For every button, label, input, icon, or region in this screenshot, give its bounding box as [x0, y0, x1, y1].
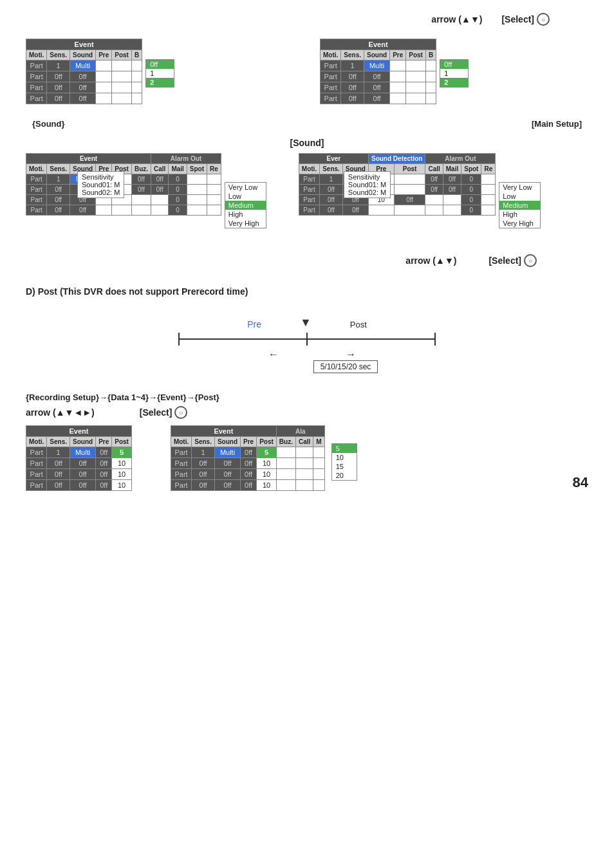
dropdown-item[interactable]: 20 — [332, 471, 357, 480]
sound01-text: Sound01: M — [82, 181, 120, 189]
bottom-arrow-label: arrow (▲▼◄►) — [26, 407, 95, 418]
post-dropdown-bottom[interactable]: 5 10 15 20 — [331, 443, 357, 481]
pre-label: Pre — [247, 319, 261, 329]
sensitivity-popup-2: Sensitivity Sound01: M Sound02: M — [344, 171, 391, 198]
select-text-bottom: [Select] — [140, 407, 172, 418]
select-text-mid: [Select] — [488, 255, 521, 266]
sensitivity-title-2: Sensitivity — [348, 173, 386, 181]
sound02-text-2: Sound02: M — [348, 189, 386, 196]
event-table-1: Event Moti. Sens. Sound Pre Post B — [26, 39, 142, 104]
dropdown-item[interactable]: Medium — [225, 201, 266, 210]
dropdown-item[interactable]: Very High — [499, 219, 540, 228]
table-row: Part0ff0ff0ff10 — [26, 469, 132, 480]
table-row: Part 0ff 0ff — [26, 93, 142, 104]
table-row: Part0ff0ff0ff0ff0 — [299, 185, 495, 195]
dropdown-item[interactable]: 1 — [440, 69, 468, 78]
left-arrow-icon: ← — [268, 349, 279, 360]
table-row: Part 1 Multi — [26, 60, 142, 71]
event-title-2: Event — [321, 39, 436, 50]
dropdown-item[interactable]: Very Low — [225, 183, 266, 192]
dropdown-item[interactable]: Medium — [499, 201, 540, 210]
table-row: Part1Multi0ff0ff0 — [299, 174, 495, 185]
bottom-select-label: [Select] ○ — [140, 406, 188, 419]
select-text: [Select] — [501, 14, 534, 24]
event-table-2: Event Moti. Sens. Sound Pre Post B — [320, 39, 436, 104]
table-row: Part 0ff 0ff — [321, 93, 436, 104]
top-select-label: [Select] ○ — [501, 13, 550, 26]
table-row: Part0ff0ff0 — [299, 205, 495, 216]
post-dropdown-1[interactable]: 0ff 1 2 — [145, 59, 174, 88]
dropdown-item[interactable]: High — [499, 210, 540, 219]
dropdown-item[interactable]: 15 — [332, 462, 357, 471]
post-label: Post — [350, 320, 367, 329]
sensitivity-dropdown[interactable]: Very Low Low Medium High Very High — [225, 182, 266, 228]
dropdown-item[interactable]: 10 — [332, 453, 357, 462]
select-icon-mid: ○ — [524, 254, 537, 267]
sensitivity-title: Sensitivity — [82, 173, 120, 181]
table-row: Part 0ff 0ff — [26, 82, 142, 93]
post-dropdown-2[interactable]: 0ff 1 2 — [440, 59, 469, 88]
event-table-5: Event Moti.Sens.SoundPrePost Part1Multi0… — [26, 425, 132, 491]
table-row: Part 0ff 0ff — [26, 71, 142, 82]
table-row: Part1Multi0ff5 — [171, 447, 324, 458]
dropdown-item[interactable]: 0ff — [146, 60, 174, 69]
table-row: Part 0ff 0ff — [321, 71, 436, 82]
sound-section-header: [Sound] — [26, 138, 588, 148]
duration-label: 5/10/15/20 sec — [313, 360, 378, 373]
table-row: Part0ff0ff0ff10 — [26, 458, 132, 469]
dropdown-item[interactable]: 1 — [146, 69, 174, 78]
dropdown-item[interactable]: Low — [225, 192, 266, 201]
page-number: 84 — [573, 474, 588, 491]
mid-select-label: [Select] ○ — [488, 254, 537, 267]
table-row: Part 1 Multi — [321, 60, 436, 71]
table-row: Part0ff0ff0ff10 — [171, 469, 324, 480]
dropdown-item[interactable]: Very High — [225, 219, 266, 228]
table-row: Part0ff0ff0ff10 — [171, 458, 324, 469]
table-row: Part 0ff 0ff — [321, 82, 436, 93]
top-arrow-label: arrow (▲▼) — [431, 14, 482, 24]
main-setup-label: [Main Setup] — [532, 119, 582, 129]
sound-label: {Sound} — [32, 119, 65, 129]
section-d-title: D) Post (This DVR does not support Prere… — [26, 286, 588, 297]
event-table-4: Ever Sound Detection Alarm Out Moti.Sens… — [299, 153, 496, 216]
sound01-text-2: Sound01: M — [348, 181, 386, 189]
right-arrow-icon: → — [346, 349, 356, 360]
dropdown-item[interactable]: Low — [499, 192, 540, 201]
table-row: Part0ff0ff0ff10 — [26, 480, 132, 491]
dropdown-item[interactable]: High — [225, 210, 266, 219]
mid-arrow-label: arrow (▲▼) — [405, 255, 456, 266]
table-row: Part0ff0ff0ff10 — [171, 480, 324, 491]
dropdown-item[interactable]: Very Low — [499, 183, 540, 192]
select-icon: ○ — [537, 13, 550, 26]
table-row: Part0ff0ff100ff0 — [299, 195, 495, 205]
down-arrow-icon: ▼ — [300, 316, 312, 329]
dropdown-item[interactable]: 2 — [146, 78, 174, 87]
sound02-text: Sound02: M — [82, 189, 120, 196]
setup-path: {Recording Setup}→{Data 1~4}→{Event}→{Po… — [26, 392, 588, 402]
dropdown-item[interactable]: 5 — [332, 444, 357, 453]
dropdown-item[interactable]: 2 — [440, 78, 468, 87]
dropdown-item[interactable]: 0ff — [440, 60, 468, 69]
sensitivity-popup: Sensitivity Sound01: M Sound02: M — [77, 171, 124, 198]
sensitivity-dropdown-2[interactable]: Very Low Low Medium High Very High — [499, 182, 541, 228]
event-title-1: Event — [26, 39, 142, 50]
select-icon-bottom: ○ — [174, 406, 187, 419]
table-row: Part1Multi0ff5 — [26, 447, 132, 458]
table-row: Part0ff0ff0 — [26, 205, 221, 216]
event-table-6: Event Ala Moti.Sens.SoundPrePostBuz.Call… — [171, 425, 325, 491]
